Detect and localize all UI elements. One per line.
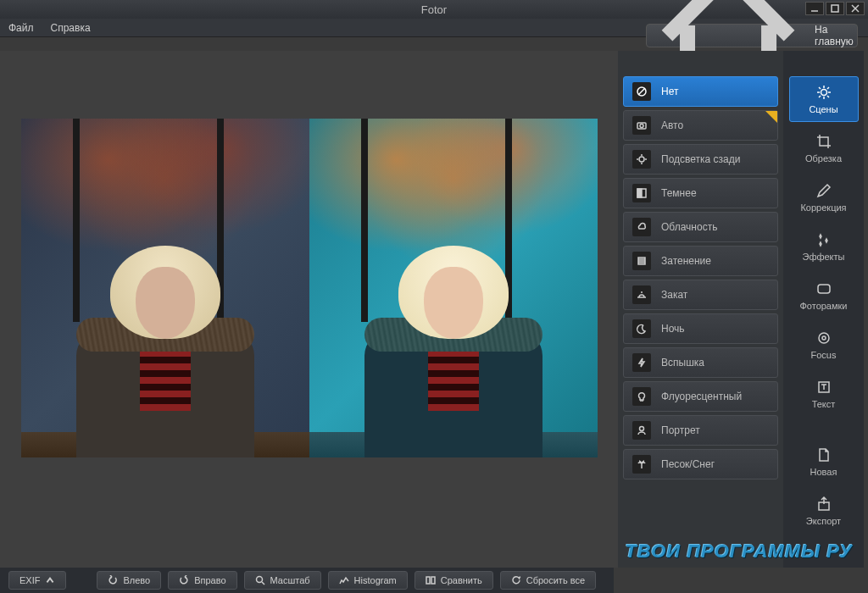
sunset-icon	[636, 289, 648, 301]
rotate-right-icon	[179, 575, 189, 585]
svg-point-34	[819, 333, 829, 343]
scene-item-night[interactable]: Ночь	[623, 313, 778, 344]
rotate-left-label: Влево	[123, 575, 150, 585]
flash-icon	[636, 357, 648, 369]
scene-label: Флуоресцентный	[661, 391, 742, 402]
svg-line-29	[819, 87, 821, 89]
image-compare	[21, 119, 598, 457]
flash-icon-box	[632, 353, 651, 372]
tool-tab-new[interactable]: Новая	[789, 439, 859, 485]
main-area: НетАвтоПодсветка сзадиТемнееОблачностьЗа…	[0, 51, 868, 568]
night-icon-box	[632, 319, 651, 338]
close-button[interactable]	[846, 2, 865, 15]
histogram-button[interactable]: Histogram	[328, 571, 408, 590]
svg-line-32	[827, 87, 829, 89]
scene-label: Подсветка сзади	[661, 153, 740, 165]
tool-tab-focus[interactable]: Focus	[789, 322, 859, 368]
camera-icon	[636, 119, 648, 131]
tool-tab-label: Эффекты	[802, 252, 844, 262]
home-button-label: На главную	[815, 24, 857, 47]
svg-rect-1	[832, 5, 838, 12]
file-icon	[815, 446, 832, 463]
svg-rect-33	[818, 285, 830, 293]
exif-button[interactable]: EXIF	[8, 571, 66, 590]
backlit-icon-box	[632, 150, 651, 169]
svg-line-5	[638, 88, 645, 95]
svg-rect-40	[426, 577, 430, 584]
auto-icon-box	[632, 116, 651, 135]
scene-item-auto[interactable]: Авто	[623, 110, 778, 141]
scene-label: Портрет	[661, 424, 700, 436]
darken-icon-box	[632, 184, 651, 202]
rotate-left-icon	[108, 575, 118, 585]
chevron-up-icon	[45, 575, 55, 585]
scene-label: Вспышка	[661, 357, 704, 369]
shade-icon	[636, 255, 648, 267]
tool-tab-export[interactable]: Экспорт	[789, 488, 859, 534]
cloud-icon	[636, 221, 648, 233]
scene-label: Затенение	[661, 255, 711, 267]
scene-item-flash[interactable]: Вспышка	[623, 347, 778, 378]
image-before	[21, 119, 309, 457]
compare-icon	[426, 575, 436, 585]
backlit-icon	[636, 153, 648, 165]
svg-point-24	[821, 90, 826, 96]
sun-icon	[815, 84, 832, 101]
reset-icon	[511, 575, 521, 585]
tool-tab-frames[interactable]: Фоторамки	[789, 273, 859, 319]
moon-icon	[636, 323, 648, 335]
tool-tab-text[interactable]: Текст	[789, 371, 859, 417]
star-badge-icon	[765, 111, 777, 123]
scene-item-cloudy[interactable]: Облачность	[623, 212, 778, 242]
rotate-right-button[interactable]: Вправо	[168, 571, 236, 590]
scene-label: Ночь	[661, 323, 685, 335]
svg-point-8	[639, 157, 644, 162]
home-button[interactable]: На главную	[646, 24, 858, 47]
menu-help[interactable]: Справка	[51, 22, 91, 34]
canvas-area	[0, 51, 618, 568]
scene-item-darken[interactable]: Темнее	[623, 178, 778, 208]
histogram-icon	[339, 575, 349, 585]
svg-point-7	[640, 125, 643, 128]
scene-item-none[interactable]: Нет	[623, 76, 778, 107]
svg-line-39	[262, 582, 264, 585]
tool-tab-crop[interactable]: Обрезка	[789, 125, 859, 171]
maximize-button[interactable]	[826, 2, 844, 15]
tool-tab-scenes[interactable]: Сцены	[789, 76, 859, 122]
zoom-button[interactable]: Масштаб	[244, 571, 321, 590]
scene-label: Облачность	[661, 221, 717, 233]
zoom-icon	[255, 575, 265, 585]
compare-label: Сравнить	[441, 575, 482, 585]
app-title: Fotor	[421, 3, 447, 16]
svg-point-22	[640, 427, 644, 431]
rotate-left-button[interactable]: Влево	[97, 571, 161, 590]
menu-file[interactable]: Файл	[8, 22, 34, 34]
scene-item-shade[interactable]: Затенение	[623, 246, 778, 276]
scene-label: Авто	[661, 119, 683, 131]
sparkle-icon	[815, 231, 832, 248]
scene-item-sunset[interactable]: Закат	[623, 280, 778, 310]
tool-tab-adjust[interactable]: Коррекция	[789, 175, 859, 220]
zoom-label: Масштаб	[270, 575, 310, 585]
scene-item-backlit[interactable]: Подсветка сзади	[623, 144, 778, 175]
portrait-icon	[636, 424, 648, 436]
export-icon	[815, 496, 832, 513]
bottom-toolbar: EXIF Влево Вправо Масштаб Histogram Срав…	[0, 568, 614, 593]
shade-icon-box	[632, 252, 651, 270]
rotate-right-label: Вправо	[194, 575, 225, 585]
scene-item-fluorescent[interactable]: Флуоресцентный	[623, 381, 778, 412]
compare-button[interactable]: Сравнить	[415, 571, 493, 590]
sunset-icon-box	[632, 285, 651, 304]
scene-item-sandsnow[interactable]: Песок/Снег	[623, 449, 778, 479]
fluorescent-icon-box	[632, 387, 651, 406]
tool-tab-effects[interactable]: Эффекты	[789, 224, 859, 269]
bulb-icon	[636, 391, 648, 402]
tool-tabs: СценыОбрезкаКоррекцияЭффектыФоторамкиFoc…	[783, 51, 864, 568]
svg-point-35	[822, 336, 826, 340]
reset-button[interactable]: Сбросить все	[500, 571, 596, 590]
portrait-icon-box	[632, 421, 651, 440]
scene-label: Нет	[661, 86, 678, 97]
cloudy-icon-box	[632, 218, 651, 236]
scene-item-portrait[interactable]: Портрет	[623, 415, 778, 446]
home-row: На главную	[646, 24, 858, 47]
